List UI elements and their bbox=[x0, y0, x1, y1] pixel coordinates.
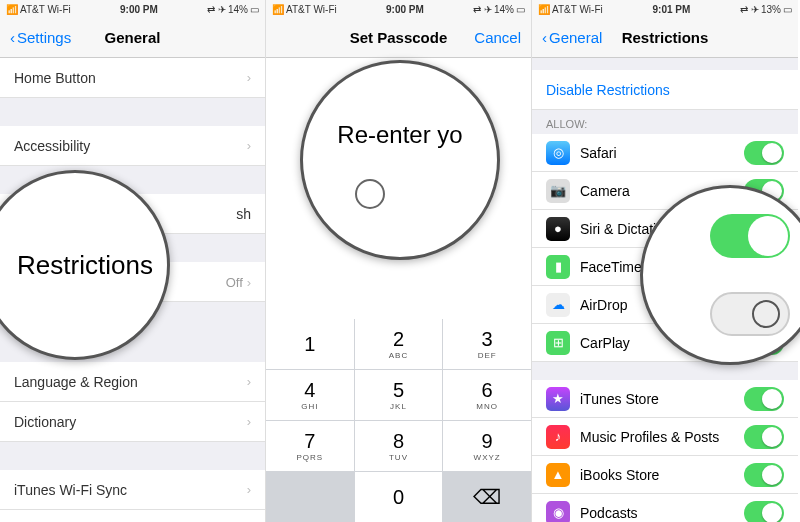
toggle-switch[interactable] bbox=[744, 387, 784, 411]
nav-bar: Set Passcode Cancel bbox=[266, 18, 531, 58]
status-battery: ⇄ ✈ 14%▭ bbox=[207, 4, 259, 15]
camera-icon: 📷 bbox=[546, 179, 570, 203]
siri-icon: ● bbox=[546, 217, 570, 241]
app-label: FaceTime bbox=[580, 259, 642, 275]
ibooks-icon: ▲ bbox=[546, 463, 570, 487]
key-7[interactable]: 7PQRS bbox=[266, 421, 354, 471]
toggle-switch[interactable] bbox=[744, 463, 784, 487]
row-accessibility[interactable]: Accessibility› bbox=[0, 126, 265, 166]
chevron-right-icon: › bbox=[247, 482, 251, 497]
key-9[interactable]: 9WXYZ bbox=[443, 421, 531, 471]
key-2[interactable]: 2ABC bbox=[355, 319, 443, 369]
status-bar: 📶AT&T Wi-Fi 9:00 PM ⇄ ✈ 14%▭ bbox=[0, 0, 265, 18]
magnifier-reenter: Re-enter yo bbox=[300, 60, 500, 260]
toggle-on-icon bbox=[710, 214, 790, 258]
status-time: 9:01 PM bbox=[653, 4, 691, 15]
app-label: Camera bbox=[580, 183, 630, 199]
status-carrier: 📶AT&T Wi-Fi bbox=[538, 4, 603, 15]
nav-bar: ‹General Restrictions bbox=[532, 18, 798, 58]
music-icon: ♪ bbox=[546, 425, 570, 449]
app-label: Music Profiles & Posts bbox=[580, 429, 719, 445]
toggle-switch[interactable] bbox=[744, 501, 784, 523]
key-6[interactable]: 6MNO bbox=[443, 370, 531, 420]
row-home-button[interactable]: Home Button› bbox=[0, 58, 265, 98]
toggle-switch[interactable] bbox=[744, 141, 784, 165]
status-bar: 📶AT&T Wi-Fi 9:01 PM ⇄ ✈ 13%▭ bbox=[532, 0, 798, 18]
podcasts-icon: ◉ bbox=[546, 501, 570, 523]
status-bar: 📶AT&T Wi-Fi 9:00 PM ⇄ ✈ 14%▭ bbox=[266, 0, 531, 18]
key-3[interactable]: 3DEF bbox=[443, 319, 531, 369]
row-vpn[interactable]: VPNNot Connected bbox=[0, 510, 265, 522]
status-battery: ⇄ ✈ 13%▭ bbox=[740, 4, 792, 15]
row-language-region[interactable]: Language & Region› bbox=[0, 362, 265, 402]
app-row-safari: ◎Safari bbox=[532, 134, 798, 172]
app-label: Podcasts bbox=[580, 505, 638, 521]
back-button[interactable]: ‹General bbox=[542, 29, 602, 46]
facetime-icon: ▮ bbox=[546, 255, 570, 279]
nav-title: Restrictions bbox=[622, 29, 709, 46]
cancel-button[interactable]: Cancel bbox=[474, 29, 521, 46]
disable-restrictions-link[interactable]: Disable Restrictions bbox=[532, 70, 798, 110]
magnifier-text: Re-enter yo bbox=[337, 121, 462, 149]
key-8[interactable]: 8TUV bbox=[355, 421, 443, 471]
key-4[interactable]: 4GHI bbox=[266, 370, 354, 420]
keypad: 12ABC3DEF4GHI5JKL6MNO7PQRS8TUV9WXYZ0⌫ bbox=[266, 319, 531, 522]
magnifier-text: Restrictions bbox=[17, 250, 153, 281]
app-row-ibooks-store: ▲iBooks Store bbox=[532, 456, 798, 494]
app-label: iBooks Store bbox=[580, 467, 659, 483]
app-row-music-profiles-posts: ♪Music Profiles & Posts bbox=[532, 418, 798, 456]
key-backspace[interactable]: ⌫ bbox=[443, 472, 531, 522]
app-label: iTunes Store bbox=[580, 391, 659, 407]
app-row-podcasts: ◉Podcasts bbox=[532, 494, 798, 522]
nav-title: Set Passcode bbox=[350, 29, 448, 46]
safari-icon: ◎ bbox=[546, 141, 570, 165]
chevron-right-icon: › bbox=[247, 70, 251, 85]
status-carrier: 📶AT&T Wi-Fi bbox=[272, 4, 337, 15]
app-label: AirDrop bbox=[580, 297, 627, 313]
key-1[interactable]: 1 bbox=[266, 319, 354, 369]
toggle-switch[interactable] bbox=[744, 425, 784, 449]
status-battery: ⇄ ✈ 14%▭ bbox=[473, 4, 525, 15]
status-time: 9:00 PM bbox=[120, 4, 158, 15]
nav-title: General bbox=[105, 29, 161, 46]
passcode-dot-icon bbox=[355, 179, 385, 209]
itunes-icon: ★ bbox=[546, 387, 570, 411]
nav-bar: ‹Settings General bbox=[0, 18, 265, 58]
row-itunes-wifi-sync[interactable]: iTunes Wi-Fi Sync› bbox=[0, 470, 265, 510]
status-time: 9:00 PM bbox=[386, 4, 424, 15]
back-button[interactable]: ‹Settings bbox=[10, 29, 71, 46]
chevron-left-icon: ‹ bbox=[10, 29, 15, 46]
toggle-off-icon bbox=[710, 292, 790, 336]
chevron-right-icon: › bbox=[247, 414, 251, 429]
airdrop-icon: ☁ bbox=[546, 293, 570, 317]
row-dictionary[interactable]: Dictionary› bbox=[0, 402, 265, 442]
chevron-right-icon: › bbox=[247, 275, 251, 290]
key-blank bbox=[266, 472, 354, 522]
status-carrier: 📶AT&T Wi-Fi bbox=[6, 4, 71, 15]
carplay-icon: ⊞ bbox=[546, 331, 570, 355]
chevron-right-icon: › bbox=[247, 138, 251, 153]
key-5[interactable]: 5JKL bbox=[355, 370, 443, 420]
allow-section-header: ALLOW: bbox=[532, 110, 798, 134]
chevron-right-icon: › bbox=[247, 374, 251, 389]
app-label: Safari bbox=[580, 145, 617, 161]
key-0[interactable]: 0 bbox=[355, 472, 443, 522]
chevron-left-icon: ‹ bbox=[542, 29, 547, 46]
app-label: CarPlay bbox=[580, 335, 630, 351]
app-row-itunes-store: ★iTunes Store bbox=[532, 380, 798, 418]
